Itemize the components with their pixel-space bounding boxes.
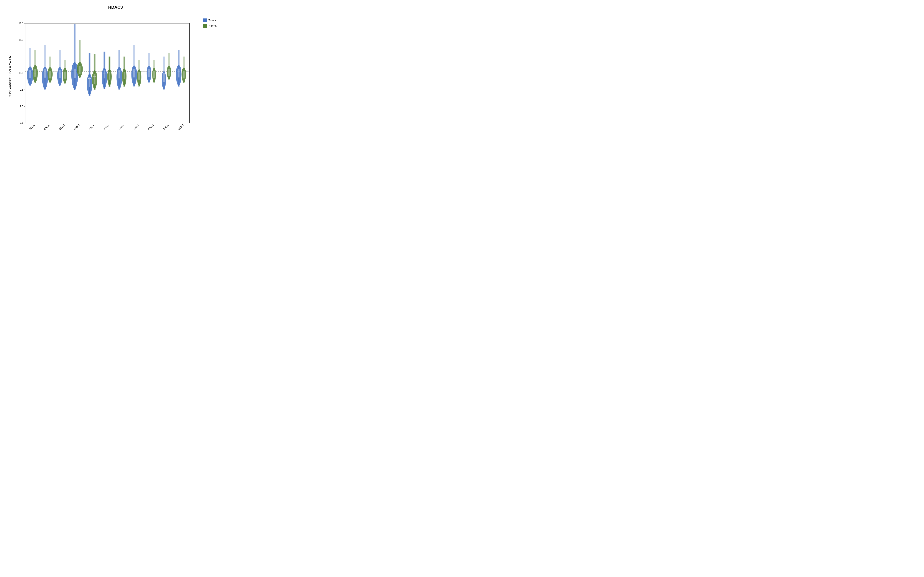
svg-rect-94 [183, 56, 185, 83]
x-label-ucec: UCEC [177, 124, 184, 131]
svg-rect-18 [44, 45, 46, 90]
legend-normal-box [203, 24, 207, 28]
legend-tumor-box [203, 18, 207, 22]
x-label-blca: BLCA [29, 124, 36, 131]
x-label-prad: PRAD [147, 124, 155, 131]
x-label-kirc: KIRC [103, 124, 110, 131]
svg-rect-10 [29, 48, 31, 86]
svg-rect-86 [168, 53, 170, 80]
chart-container: HDAC3 mRNA Expression (RNASeq V2, log2) [5, 3, 226, 141]
legend-tumor: Tumor [203, 18, 226, 22]
svg-rect-14 [34, 50, 36, 83]
svg-rect-82 [163, 56, 165, 90]
x-label-coad: COAD [58, 124, 65, 131]
y-tick-110: 11.0 [19, 39, 23, 41]
x-label-thca: THCA [162, 124, 169, 131]
svg-rect-42 [89, 53, 90, 95]
svg-rect-50 [103, 52, 105, 89]
svg-rect-38 [79, 40, 81, 78]
x-label-brca: BRCA [43, 124, 50, 131]
svg-rect-54 [108, 56, 110, 87]
svg-rect-58 [118, 50, 120, 90]
svg-rect-22 [49, 56, 51, 83]
svg-rect-90 [178, 50, 179, 87]
x-label-lusc: LUSC [132, 124, 140, 131]
y-tick-95: 9.5 [20, 89, 23, 91]
chart-title: HDAC3 [108, 5, 123, 10]
y-tick-100: 10.0 [19, 72, 23, 74]
x-label-kich: KICH [88, 124, 95, 131]
legend-normal-label: Normal [208, 24, 217, 27]
svg-rect-62 [123, 56, 125, 87]
svg-rect-66 [133, 45, 135, 87]
svg-rect-70 [138, 60, 140, 87]
plot-svg-area: 8.5 9.0 9.5 10.0 [13, 11, 199, 141]
svg-rect-26 [59, 50, 61, 86]
chart-body: mRNA Expression (RNASeq V2, log2) [5, 11, 226, 141]
svg-rect-74 [148, 53, 150, 83]
y-tick-115: 11.5 [19, 22, 23, 25]
plot-area-wrapper: 8.5 9.0 9.5 10.0 [13, 11, 226, 141]
svg-rect-46 [94, 54, 95, 90]
legend-normal: Normal [203, 24, 226, 28]
legend-area: Tumor Normal [199, 11, 226, 141]
violin-plot-svg: 8.5 9.0 9.5 10.0 [13, 11, 199, 141]
y-tick-85: 8.5 [20, 122, 23, 124]
y-axis-label: mRNA Expression (RNASeq V2, log2) [6, 11, 13, 141]
legend-tumor-label: Tumor [208, 19, 216, 22]
x-label-hnsc: HNSC [73, 124, 80, 131]
svg-rect-78 [153, 60, 155, 83]
plot-and-legend: 8.5 9.0 9.5 10.0 [13, 11, 226, 141]
y-tick-90: 9.0 [20, 105, 23, 108]
svg-rect-30 [64, 60, 66, 84]
svg-rect-34 [74, 24, 76, 90]
x-label-luad: LUAD [118, 124, 124, 131]
